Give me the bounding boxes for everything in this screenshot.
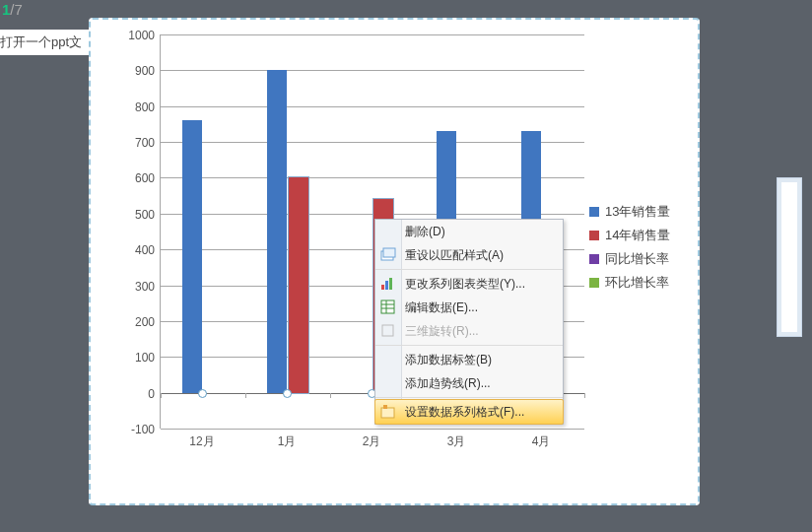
y-tick-label: -100 — [121, 423, 155, 436]
svg-rect-9 — [382, 325, 393, 336]
gridline: 800 — [161, 106, 584, 107]
bar-14年销售量[interactable] — [289, 177, 308, 392]
y-tick-label: 1000 — [121, 29, 155, 42]
selection-handle[interactable] — [283, 389, 292, 398]
svg-rect-10 — [381, 408, 394, 418]
x-axis: 12月1月2月3月4月 — [160, 429, 583, 458]
menu-format-series[interactable]: 设置数据系列格式(F)... — [374, 399, 564, 425]
x-tick-label: 1月 — [244, 433, 329, 450]
legend-label: 环比增长率 — [605, 274, 669, 292]
menu-change-chart-type[interactable]: 更改系列图表类型(Y)... — [375, 272, 563, 296]
gridline: 900 — [161, 70, 584, 71]
y-tick-label: 600 — [121, 171, 155, 185]
chart-legend: 13年销售量 14年销售量 同比增长率 环比增长率 — [589, 197, 688, 298]
bar-13年销售量[interactable] — [182, 120, 202, 392]
bar-13年销售量[interactable] — [267, 70, 287, 392]
rotation-icon — [380, 323, 396, 339]
x-tick-label: 2月 — [329, 433, 414, 450]
x-tick-label: 12月 — [160, 433, 244, 450]
y-tick-label: 400 — [121, 243, 155, 257]
legend-swatch-icon — [589, 254, 599, 264]
page-indicator: 1/7 — [2, 1, 23, 18]
menu-label: 重设以匹配样式(A) — [405, 247, 504, 264]
menu-label: 添加数据标签(B) — [405, 352, 492, 368]
svg-rect-1 — [383, 248, 395, 257]
menu-reset-style[interactable]: 重设以匹配样式(A) — [375, 243, 563, 267]
svg-rect-2 — [381, 285, 384, 290]
menu-label: 编辑数据(E)... — [405, 299, 478, 316]
y-tick-label: 0 — [121, 387, 155, 401]
menu-delete[interactable]: 删除(D) — [375, 220, 563, 243]
legend-item[interactable]: 环比增长率 — [589, 274, 688, 292]
menu-label: 添加趋势线(R)... — [405, 375, 491, 392]
series-context-menu: 删除(D) 重设以匹配样式(A) 更改系列图表类型(Y)... 编辑数据(E).… — [374, 219, 564, 425]
y-tick-label: 200 — [121, 315, 155, 329]
menu-edit-data[interactable]: 编辑数据(E)... — [375, 296, 563, 319]
y-tick-label: 300 — [121, 280, 155, 294]
step-hint: 打开一个ppt文 — [0, 30, 91, 55]
legend-item[interactable]: 14年销售量 — [589, 227, 688, 244]
menu-label: 三维旋转(R)... — [405, 323, 479, 340]
svg-rect-11 — [383, 405, 387, 409]
x-tick-label: 4月 — [499, 433, 583, 450]
menu-add-data-labels[interactable]: 添加数据标签(B) — [375, 348, 563, 371]
legend-label: 13年销售量 — [605, 203, 670, 221]
y-tick-label: 100 — [121, 351, 155, 365]
legend-swatch-icon — [589, 231, 599, 240]
menu-label: 更改系列图表类型(Y)... — [405, 276, 525, 293]
legend-swatch-icon — [589, 207, 599, 217]
legend-label: 14年销售量 — [605, 227, 670, 244]
legend-label: 同比增长率 — [605, 250, 669, 268]
menu-label: 删除(D) — [405, 224, 445, 240]
menu-3d-rotation: 三维旋转(R)... — [375, 319, 563, 343]
y-tick-label: 900 — [121, 64, 155, 78]
gridline: 1000 — [161, 34, 584, 35]
chart-type-icon — [380, 276, 396, 292]
legend-swatch-icon — [589, 278, 599, 288]
menu-add-trendline[interactable]: 添加趋势线(R)... — [375, 371, 563, 395]
page-total: 7 — [15, 1, 23, 18]
y-tick-label: 500 — [121, 208, 155, 222]
format-series-icon — [380, 404, 396, 420]
selection-handle[interactable] — [198, 389, 207, 398]
y-tick-label: 700 — [121, 136, 155, 150]
slide-thumbnail[interactable] — [777, 177, 802, 337]
x-tick-label: 3月 — [414, 433, 499, 450]
menu-label: 设置数据系列格式(F)... — [405, 404, 524, 421]
legend-item[interactable]: 同比增长率 — [589, 250, 688, 268]
y-tick-label: 800 — [121, 100, 155, 114]
svg-rect-4 — [389, 278, 392, 290]
svg-rect-5 — [381, 300, 394, 313]
legend-item[interactable]: 13年销售量 — [589, 203, 688, 221]
reset-icon — [380, 247, 396, 263]
svg-rect-3 — [385, 281, 388, 290]
edit-data-icon — [380, 299, 396, 315]
